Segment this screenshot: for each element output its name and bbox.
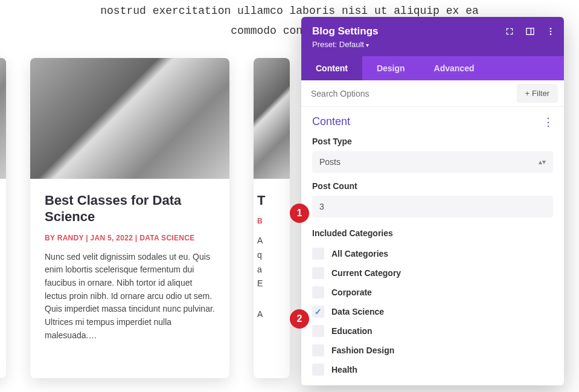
tab-content[interactable]: Content [301,56,362,80]
post-type-label: Post Type [312,137,553,146]
card-meta-partial: B [257,217,286,225]
category-label: Corporate [331,288,372,297]
card-excerpt-partial: A q a E [257,234,286,291]
tab-design[interactable]: Design [362,56,420,80]
filter-button[interactable]: + Filter [517,84,558,103]
category-education[interactable]: Education [312,321,553,341]
included-categories-label: Included Categories [312,228,553,238]
post-count-value: 3 [319,202,324,211]
svg-rect-0 [526,28,534,35]
category-data-science[interactable]: ✓ Data Science [312,302,553,321]
category-corporate[interactable]: Corporate [312,283,553,302]
svg-point-2 [550,28,552,30]
category-label: Current Category [331,268,401,278]
chevron-updown-icon: ▴▾ [539,158,546,166]
category-label: Fashion Design [331,345,394,355]
card-excerpt: Nunc sed velit dignissim sodales ut eu. … [45,251,215,342]
preset-dropdown[interactable]: Preset: Default [312,40,553,49]
post-count-label: Post Count [312,181,553,191]
blog-card-left-partial [0,58,6,378]
section-title-content: Content [312,115,350,128]
checkbox-icon[interactable] [312,248,324,260]
checkbox-icon[interactable] [312,325,324,337]
card-title-partial: T [257,192,286,209]
card-image [30,58,229,179]
plus-icon: + [525,89,530,98]
filter-label: Filter [532,89,549,98]
category-current[interactable]: Current Category [312,263,553,283]
svg-point-4 [550,33,552,35]
card-image [0,58,6,179]
more-icon[interactable] [546,27,555,36]
category-label: Health [331,365,357,374]
post-type-value: Posts [319,157,341,167]
post-count-input[interactable]: 3 [312,196,553,217]
checkbox-icon[interactable] [312,364,324,376]
search-row: + Filter [301,80,564,107]
blog-card-right-partial: T B A q a E A [254,58,290,378]
category-label: Education [331,326,373,336]
post-type-select[interactable]: Posts ▴▾ [312,151,553,173]
card-meta: BY RANDY | JAN 5, 2022 | DATA SCIENCE [45,234,215,242]
settings-tabs: Content Design Advanced [301,56,564,80]
callout-badge-2: 2 [290,309,309,329]
category-all[interactable]: All Categories [312,244,553,263]
category-fashion-design[interactable]: Fashion Design [312,341,553,360]
checkbox-checked-icon[interactable]: ✓ [312,306,324,318]
category-label: Data Science [331,307,384,316]
card-image [254,58,290,179]
panel-header: Blog Settings Preset: Default [301,17,564,56]
section-menu-icon[interactable]: ⋮ [543,117,553,127]
search-input[interactable] [301,82,511,106]
card-title[interactable]: Best Classes for Data Science [45,192,215,225]
layout-icon[interactable] [525,27,535,36]
category-label: All Categories [331,249,388,259]
card-footer-partial: A [257,308,286,321]
category-health[interactable]: Health [312,360,553,379]
checkbox-icon[interactable] [312,344,324,356]
blog-card-data-science[interactable]: Best Classes for Data Science BY RANDY |… [30,58,229,378]
svg-point-3 [550,31,552,33]
checkbox-icon[interactable] [312,267,324,279]
blog-settings-panel: Blog Settings Preset: Default Content De… [301,17,564,385]
tab-advanced[interactable]: Advanced [420,56,489,80]
checkbox-icon[interactable] [312,286,324,298]
callout-badge-1: 1 [290,204,309,223]
expand-icon[interactable] [505,27,514,36]
